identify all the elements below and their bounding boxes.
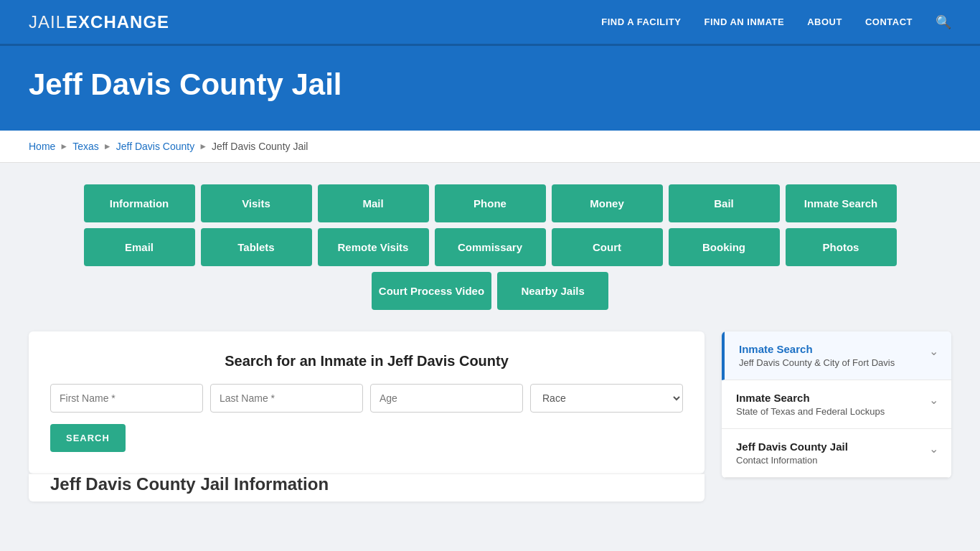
search-heading: Search for an Inmate in Jeff Davis Count…: [50, 353, 683, 369]
tile-email[interactable]: Email: [84, 228, 195, 266]
tile-phone[interactable]: Phone: [435, 184, 546, 222]
breadcrumb-sep-1: ►: [60, 141, 68, 151]
logo-jail: JAIL: [29, 12, 66, 32]
first-name-input[interactable]: [50, 384, 203, 413]
search-submit-button[interactable]: SEARCH: [50, 424, 126, 452]
tile-bail[interactable]: Bail: [669, 184, 780, 222]
sidebar-item-title-1: Inmate Search: [736, 392, 885, 404]
sidebar-item-text-1: Inmate Search State of Texas and Federal…: [736, 392, 885, 417]
sidebar-item-text-0: Inmate Search Jeff Davis County & City o…: [739, 343, 895, 368]
chevron-down-icon-0: ⌄: [929, 344, 938, 358]
tile-remote-visits[interactable]: Remote Visits: [318, 228, 429, 266]
info-section-header: Jeff Davis County Jail Information: [29, 474, 705, 501]
breadcrumb-texas[interactable]: Texas: [72, 141, 99, 152]
sidebar-item-subtitle-2: Contact Information: [736, 455, 848, 466]
logo-exchange: EXCHANGE: [66, 12, 169, 32]
tile-booking[interactable]: Booking: [669, 228, 780, 266]
last-name-input[interactable]: [210, 384, 363, 413]
hero-section: Jeff Davis County Jail: [0, 46, 980, 131]
tile-grid: Information Visits Mail Phone Money Bail…: [29, 184, 951, 310]
header-search-button[interactable]: 🔍: [936, 14, 951, 30]
info-heading: Jeff Davis County Jail Information: [50, 474, 683, 494]
sidebar-item-title-0: Inmate Search: [739, 343, 895, 355]
site-header: JAILEXCHANGE FIND A FACILITY FIND AN INM…: [0, 0, 980, 46]
breadcrumb-home[interactable]: Home: [29, 141, 55, 152]
nav-find-facility[interactable]: FIND A FACILITY: [601, 17, 681, 27]
tile-tablets[interactable]: Tablets: [201, 228, 312, 266]
chevron-down-icon-1: ⌄: [929, 393, 938, 407]
tile-photos[interactable]: Photos: [786, 228, 897, 266]
sidebar-item-title-2: Jeff Davis County Jail: [736, 441, 848, 453]
search-info-wrapper: Search for an Inmate in Jeff Davis Count…: [29, 331, 705, 501]
tile-nearby-jails[interactable]: Nearby Jails: [497, 272, 608, 310]
sidebar-card: Inmate Search Jeff Davis County & City o…: [722, 331, 951, 478]
sidebar-item-subtitle-0: Jeff Davis County & City of Fort Davis: [739, 357, 895, 368]
tile-commissary[interactable]: Commissary: [435, 228, 546, 266]
lower-section: Search for an Inmate in Jeff Davis Count…: [29, 331, 951, 501]
race-select[interactable]: Race White Black Hispanic Asian Native A…: [530, 384, 683, 413]
age-input[interactable]: [370, 384, 523, 413]
site-logo[interactable]: JAILEXCHANGE: [29, 12, 169, 32]
breadcrumb-bar: Home ► Texas ► Jeff Davis County ► Jeff …: [0, 131, 980, 163]
page-title: Jeff Davis County Jail: [29, 67, 951, 102]
chevron-down-icon-2: ⌄: [929, 442, 938, 456]
main-content: Information Visits Mail Phone Money Bail…: [0, 163, 980, 523]
nav-find-inmate[interactable]: FIND AN INMATE: [704, 17, 784, 27]
tile-money[interactable]: Money: [552, 184, 663, 222]
tile-information[interactable]: Information: [84, 184, 195, 222]
inmate-search-panel: Search for an Inmate in Jeff Davis Count…: [29, 331, 705, 474]
tile-mail[interactable]: Mail: [318, 184, 429, 222]
tile-inmate-search[interactable]: Inmate Search: [786, 184, 897, 222]
tile-court[interactable]: Court: [552, 228, 663, 266]
nav-contact[interactable]: CONTACT: [865, 17, 913, 27]
sidebar-item-1[interactable]: Inmate Search State of Texas and Federal…: [722, 380, 951, 429]
breadcrumb-sep-3: ►: [199, 141, 207, 151]
nav-about[interactable]: ABOUT: [807, 17, 842, 27]
breadcrumb-sep-2: ►: [103, 141, 112, 151]
search-fields: Race White Black Hispanic Asian Native A…: [50, 384, 683, 413]
tile-court-process-video[interactable]: Court Process Video: [372, 272, 491, 310]
breadcrumb: Home ► Texas ► Jeff Davis County ► Jeff …: [29, 141, 951, 152]
breadcrumb-current: Jeff Davis County Jail: [212, 141, 308, 152]
sidebar-item-0[interactable]: Inmate Search Jeff Davis County & City o…: [722, 331, 951, 380]
main-nav: FIND A FACILITY FIND AN INMATE ABOUT CON…: [601, 14, 951, 30]
sidebar-item-subtitle-1: State of Texas and Federal Lockups: [736, 406, 885, 417]
sidebar: Inmate Search Jeff Davis County & City o…: [722, 331, 951, 478]
sidebar-item-text-2: Jeff Davis County Jail Contact Informati…: [736, 441, 848, 466]
sidebar-item-2[interactable]: Jeff Davis County Jail Contact Informati…: [722, 429, 951, 478]
tile-visits[interactable]: Visits: [201, 184, 312, 222]
breadcrumb-jeff-davis-county[interactable]: Jeff Davis County: [116, 141, 194, 152]
